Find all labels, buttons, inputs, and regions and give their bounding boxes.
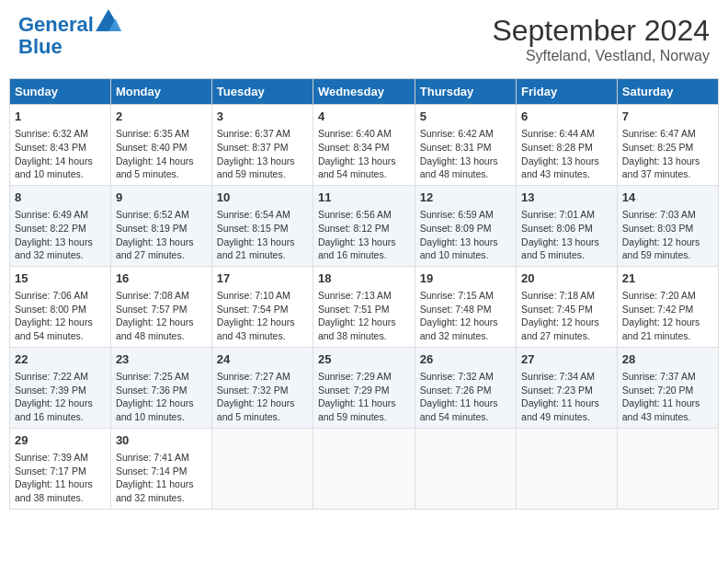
day-info: Sunrise: 7:27 AMSunset: 7:32 PMDaylight:… <box>217 370 308 424</box>
day-number: 26 <box>420 351 511 368</box>
day-info: Sunrise: 7:29 AMSunset: 7:29 PMDaylight:… <box>318 370 410 424</box>
day-number: 23 <box>116 351 207 368</box>
day-info: Sunrise: 7:18 AMSunset: 7:45 PMDaylight:… <box>521 289 612 343</box>
col-header-tuesday: Tuesday <box>211 79 313 105</box>
day-info: Sunrise: 6:59 AMSunset: 8:09 PMDaylight:… <box>420 208 511 262</box>
day-number: 5 <box>420 109 511 125</box>
calendar-cell <box>415 428 516 509</box>
calendar-cell: 22Sunrise: 7:22 AMSunset: 7:39 PMDayligh… <box>10 347 111 428</box>
calendar-cell: 11Sunrise: 6:56 AMSunset: 8:12 PMDayligh… <box>313 185 415 266</box>
day-number: 15 <box>15 270 106 287</box>
logo-general: General <box>18 13 94 36</box>
day-number: 29 <box>15 432 106 449</box>
day-info: Sunrise: 6:42 AMSunset: 8:31 PMDaylight:… <box>420 127 511 181</box>
calendar-cell: 26Sunrise: 7:32 AMSunset: 7:26 PMDayligh… <box>415 347 516 428</box>
day-number: 24 <box>217 351 308 368</box>
day-info: Sunrise: 7:06 AMSunset: 8:00 PMDaylight:… <box>15 289 106 343</box>
day-info: Sunrise: 6:37 AMSunset: 8:37 PMDaylight:… <box>217 127 308 181</box>
col-header-friday: Friday <box>517 79 618 105</box>
day-number: 8 <box>15 190 106 206</box>
title-area: September 2024 Syfteland, Vestland, Norw… <box>492 14 710 64</box>
calendar-cell <box>617 428 718 509</box>
calendar-cell: 20Sunrise: 7:18 AMSunset: 7:45 PMDayligh… <box>517 266 618 347</box>
day-info: Sunrise: 7:10 AMSunset: 7:54 PMDaylight:… <box>217 289 308 343</box>
calendar-cell: 29Sunrise: 7:39 AMSunset: 7:17 PMDayligh… <box>10 428 111 509</box>
calendar-cell: 13Sunrise: 7:01 AMSunset: 8:06 PMDayligh… <box>517 185 618 266</box>
location-subtitle: Syfteland, Vestland, Norway <box>492 48 710 64</box>
calendar-cell: 27Sunrise: 7:34 AMSunset: 7:23 PMDayligh… <box>517 347 618 428</box>
day-number: 22 <box>15 351 106 368</box>
day-number: 2 <box>116 109 207 125</box>
calendar-cell: 1Sunrise: 6:32 AMSunset: 8:43 PMDaylight… <box>10 105 111 186</box>
day-info: Sunrise: 6:52 AMSunset: 8:19 PMDaylight:… <box>116 208 207 262</box>
day-info: Sunrise: 7:08 AMSunset: 7:57 PMDaylight:… <box>116 289 207 343</box>
calendar-cell: 5Sunrise: 6:42 AMSunset: 8:31 PMDaylight… <box>415 105 516 186</box>
calendar-cell: 21Sunrise: 7:20 AMSunset: 7:42 PMDayligh… <box>617 266 718 347</box>
col-header-sunday: Sunday <box>10 79 111 105</box>
calendar-cell: 19Sunrise: 7:15 AMSunset: 7:48 PMDayligh… <box>415 266 516 347</box>
day-number: 16 <box>116 270 207 287</box>
day-number: 21 <box>622 270 713 287</box>
day-info: Sunrise: 7:01 AMSunset: 8:06 PMDaylight:… <box>521 208 612 262</box>
calendar-cell: 4Sunrise: 6:40 AMSunset: 8:34 PMDaylight… <box>313 105 415 186</box>
calendar-table: SundayMondayTuesdayWednesdayThursdayFrid… <box>9 78 719 510</box>
day-info: Sunrise: 6:40 AMSunset: 8:34 PMDaylight:… <box>318 127 410 181</box>
col-header-monday: Monday <box>110 79 211 105</box>
calendar-cell: 6Sunrise: 6:44 AMSunset: 8:28 PMDaylight… <box>517 105 618 186</box>
calendar-cell <box>517 428 618 509</box>
col-header-wednesday: Wednesday <box>313 79 415 105</box>
calendar-cell: 24Sunrise: 7:27 AMSunset: 7:32 PMDayligh… <box>211 347 313 428</box>
day-number: 27 <box>521 351 612 368</box>
day-number: 12 <box>420 190 511 206</box>
day-info: Sunrise: 7:37 AMSunset: 7:20 PMDaylight:… <box>622 370 713 424</box>
col-header-thursday: Thursday <box>415 79 516 105</box>
calendar-cell <box>211 428 313 509</box>
day-number: 20 <box>521 270 612 287</box>
calendar-cell: 7Sunrise: 6:47 AMSunset: 8:25 PMDaylight… <box>617 105 718 186</box>
day-info: Sunrise: 7:25 AMSunset: 7:36 PMDaylight:… <box>116 370 207 424</box>
day-info: Sunrise: 7:41 AMSunset: 7:14 PMDaylight:… <box>116 451 207 505</box>
day-number: 6 <box>521 109 612 125</box>
day-number: 19 <box>420 270 511 287</box>
day-number: 17 <box>217 270 308 287</box>
day-info: Sunrise: 7:39 AMSunset: 7:17 PMDaylight:… <box>15 451 106 505</box>
calendar-cell: 23Sunrise: 7:25 AMSunset: 7:36 PMDayligh… <box>110 347 211 428</box>
day-number: 11 <box>318 190 410 206</box>
day-info: Sunrise: 6:44 AMSunset: 8:28 PMDaylight:… <box>521 127 612 181</box>
calendar-cell: 3Sunrise: 6:37 AMSunset: 8:37 PMDaylight… <box>211 105 313 186</box>
calendar-cell: 30Sunrise: 7:41 AMSunset: 7:14 PMDayligh… <box>110 428 211 509</box>
day-info: Sunrise: 7:13 AMSunset: 7:51 PMDaylight:… <box>318 289 410 343</box>
logo-blue: Blue <box>18 35 63 58</box>
day-number: 30 <box>116 432 207 449</box>
calendar-cell: 18Sunrise: 7:13 AMSunset: 7:51 PMDayligh… <box>313 266 415 347</box>
day-info: Sunrise: 6:56 AMSunset: 8:12 PMDaylight:… <box>318 208 410 262</box>
day-info: Sunrise: 6:54 AMSunset: 8:15 PMDaylight:… <box>217 208 308 262</box>
day-info: Sunrise: 7:20 AMSunset: 7:42 PMDaylight:… <box>622 289 713 343</box>
calendar-cell: 17Sunrise: 7:10 AMSunset: 7:54 PMDayligh… <box>211 266 313 347</box>
day-info: Sunrise: 7:32 AMSunset: 7:26 PMDaylight:… <box>420 370 511 424</box>
day-number: 7 <box>622 109 713 125</box>
page-header: General Blue September 2024 Syfteland, V… <box>9 9 719 69</box>
day-info: Sunrise: 7:03 AMSunset: 8:03 PMDaylight:… <box>622 208 713 262</box>
day-info: Sunrise: 6:35 AMSunset: 8:40 PMDaylight:… <box>116 127 207 181</box>
day-info: Sunrise: 6:32 AMSunset: 8:43 PMDaylight:… <box>15 127 106 181</box>
calendar-cell: 8Sunrise: 6:49 AMSunset: 8:22 PMDaylight… <box>10 185 111 266</box>
day-info: Sunrise: 6:49 AMSunset: 8:22 PMDaylight:… <box>15 208 106 262</box>
calendar-cell <box>313 428 415 509</box>
day-number: 18 <box>318 270 410 287</box>
logo: General Blue <box>18 14 121 58</box>
calendar-cell: 25Sunrise: 7:29 AMSunset: 7:29 PMDayligh… <box>313 347 415 428</box>
day-number: 10 <box>217 190 308 206</box>
calendar-cell: 16Sunrise: 7:08 AMSunset: 7:57 PMDayligh… <box>110 266 211 347</box>
day-number: 13 <box>521 190 612 206</box>
day-number: 14 <box>622 190 713 206</box>
day-number: 9 <box>116 190 207 206</box>
calendar-cell: 15Sunrise: 7:06 AMSunset: 8:00 PMDayligh… <box>10 266 111 347</box>
calendar-cell: 2Sunrise: 6:35 AMSunset: 8:40 PMDaylight… <box>110 105 211 186</box>
day-number: 3 <box>217 109 308 125</box>
day-info: Sunrise: 7:22 AMSunset: 7:39 PMDaylight:… <box>15 370 106 424</box>
calendar-cell: 9Sunrise: 6:52 AMSunset: 8:19 PMDaylight… <box>110 185 211 266</box>
day-info: Sunrise: 7:34 AMSunset: 7:23 PMDaylight:… <box>521 370 612 424</box>
day-number: 1 <box>15 109 106 125</box>
day-number: 28 <box>622 351 713 368</box>
